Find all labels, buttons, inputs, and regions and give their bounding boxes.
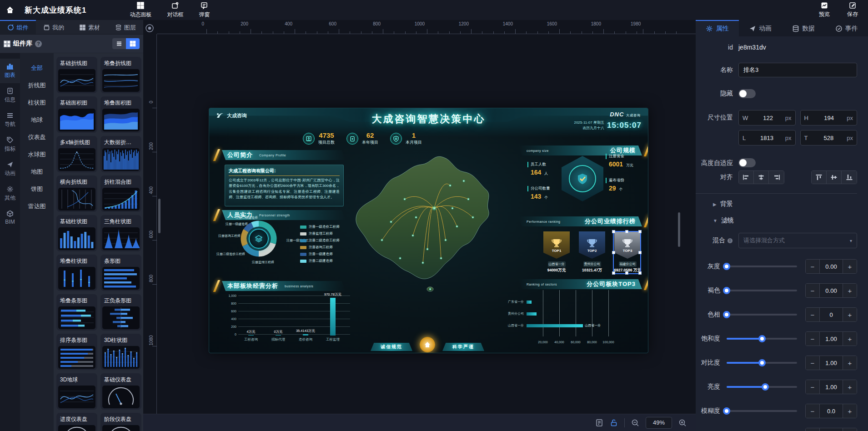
selection-handle[interactable]	[638, 271, 642, 275]
component-card-三角柱状图[interactable]: 三角柱状图	[100, 215, 141, 251]
page-outline-icon[interactable]	[595, 419, 603, 427]
slider-track[interactable]	[727, 290, 797, 291]
subcategory-雷达图[interactable]: 雷达图	[20, 198, 54, 215]
save-button[interactable]: 保存	[847, 2, 858, 18]
slider-track[interactable]	[727, 314, 797, 316]
subcategory-仪表盘[interactable]: 仪表盘	[20, 129, 54, 146]
tab-素材[interactable]: 素材	[72, 20, 108, 34]
subcategory-全部[interactable]: 全部	[20, 60, 54, 77]
slider-knob[interactable]	[758, 335, 766, 342]
background-section-toggle[interactable]: ▶ 背景	[713, 200, 857, 208]
selection-handle[interactable]	[612, 251, 615, 254]
align-center-h-button[interactable]	[754, 171, 769, 184]
zoom-level[interactable]: 49%	[646, 417, 672, 429]
name-input[interactable]: 排名3	[738, 63, 857, 77]
component-card-基础折线图[interactable]: 基础折线图	[56, 57, 97, 93]
auto-height-toggle[interactable]	[738, 158, 756, 167]
component-card-阶段仪表盘[interactable]: 阶段仪表盘	[100, 413, 141, 431]
zoom-in-icon[interactable]	[678, 419, 687, 427]
rail-item-导航[interactable]: 导航	[0, 108, 20, 132]
slider-track[interactable]	[727, 266, 797, 267]
subcategory-折线图[interactable]: 折线图	[20, 77, 54, 94]
component-card-进度仪表盘[interactable]: 进度仪表盘	[56, 413, 97, 431]
component-card-正负条形图[interactable]: 正负条形图	[100, 294, 141, 331]
decrement-button[interactable]: −	[806, 308, 819, 321]
increment-button[interactable]: +	[843, 428, 857, 431]
increment-button[interactable]: +	[843, 332, 857, 346]
component-card-3D柱状图[interactable]: 3D柱状图	[100, 334, 141, 370]
subcategory-地图[interactable]: 地图	[20, 163, 54, 180]
selection-handle[interactable]	[638, 230, 642, 233]
slider-track[interactable]	[727, 410, 797, 412]
rail-item-其他[interactable]: 其他	[0, 181, 20, 206]
component-card-基础面积图[interactable]: 基础面积图	[56, 96, 97, 133]
slider-track[interactable]	[727, 386, 797, 388]
ranking-card-TOP2[interactable]: TOP2贵州分公司10321.47万	[578, 231, 606, 273]
subcategory-柱状图[interactable]: 柱状图	[20, 94, 54, 111]
tab-我的[interactable]: 我的	[36, 20, 72, 34]
properties-tab-动画[interactable]: 动画	[739, 20, 782, 36]
slider-knob[interactable]	[723, 263, 730, 270]
component-card-折柱混合图[interactable]: 折柱混合图	[100, 175, 141, 212]
ranking-card-TOP1[interactable]: TOP1山西省一分94000万元	[542, 231, 571, 273]
properties-tab-属性[interactable]: 属性	[696, 20, 739, 36]
tab-图层[interactable]: 图层	[107, 20, 143, 34]
properties-tab-事件[interactable]: 事件	[825, 20, 868, 36]
dashboard-preview[interactable]: 大成咨询 大成咨询智慧决策中心 DNC 大成咨询 2025-11-07 星期五农…	[209, 108, 648, 353]
filter-section-toggle[interactable]: ▼ 滤镜	[713, 216, 857, 225]
rail-item-信息[interactable]: 信息	[0, 83, 20, 108]
size-field-T[interactable]: T528px	[800, 130, 858, 145]
rail-item-动画[interactable]: 动画	[0, 157, 20, 181]
tab-组件[interactable]: 组件	[0, 20, 36, 34]
slider-knob[interactable]	[762, 383, 769, 391]
top-tool-3[interactable]: 弹窗	[199, 1, 210, 19]
increment-button[interactable]: +	[843, 404, 857, 418]
slider-knob[interactable]	[723, 287, 730, 294]
size-field-L[interactable]: L1813px	[738, 130, 796, 145]
component-card-基础仪表盘[interactable]: 基础仪表盘	[100, 373, 141, 410]
top-tool-2[interactable]: 对话框	[167, 1, 183, 19]
slider-knob[interactable]	[723, 407, 730, 415]
component-card-堆叠面积图[interactable]: 堆叠面积图	[100, 96, 141, 133]
component-card-多x轴折线图[interactable]: 多x轴折线图	[56, 136, 97, 172]
rail-item-指标[interactable]: 指标	[0, 132, 20, 157]
decrement-button[interactable]: −	[806, 428, 819, 431]
selection-handle[interactable]	[625, 271, 628, 275]
component-card-基础柱状图[interactable]: 基础柱状图	[56, 215, 97, 251]
eye-icon[interactable]	[145, 23, 155, 33]
unlock-icon[interactable]	[610, 419, 618, 427]
selection-handle[interactable]	[625, 230, 628, 233]
slider-knob[interactable]	[723, 311, 730, 318]
selection-overlay[interactable]	[613, 231, 641, 274]
increment-button[interactable]: +	[843, 380, 857, 394]
subcategory-水球图[interactable]: 水球图	[20, 146, 54, 163]
increment-button[interactable]: +	[843, 284, 857, 297]
help-icon[interactable]: ?	[35, 40, 42, 47]
component-card-横向折线图[interactable]: 横向折线图	[56, 175, 97, 212]
zoom-out-icon[interactable]	[631, 419, 639, 427]
grid-view-button[interactable]	[126, 38, 140, 49]
component-card-3D地球[interactable]: 3D地球	[56, 373, 97, 410]
properties-tab-数据[interactable]: 数据	[782, 20, 825, 36]
blend-select[interactable]: 请选择混合方式 ▾	[738, 233, 857, 248]
slider-track[interactable]	[727, 338, 797, 340]
component-card-堆叠柱状图[interactable]: 堆叠柱状图	[56, 255, 97, 291]
slider-track[interactable]	[727, 362, 797, 364]
size-field-W[interactable]: W122px	[738, 110, 796, 125]
decrement-button[interactable]: −	[806, 284, 819, 297]
right-scrollbar-thumb[interactable]	[678, 212, 680, 247]
decrement-button[interactable]: −	[806, 356, 819, 370]
selection-handle[interactable]	[612, 271, 615, 275]
size-field-H[interactable]: H194px	[800, 110, 858, 125]
hide-toggle[interactable]	[738, 89, 756, 98]
editor-canvas[interactable]: 0200400600800100012001400160018001980 02…	[143, 20, 696, 431]
align-bottom-button[interactable]	[842, 171, 857, 184]
component-card-排序条形图[interactable]: 排序条形图	[56, 334, 97, 370]
home-icon[interactable]	[0, 0, 20, 20]
subcategory-饼图[interactable]: 饼图	[20, 180, 54, 198]
decrement-button[interactable]: −	[806, 380, 819, 394]
increment-button[interactable]: +	[843, 308, 857, 321]
slider-knob[interactable]	[758, 359, 766, 366]
left-scrollbar-thumb[interactable]	[158, 199, 161, 233]
subcategory-地球[interactable]: 地球	[20, 111, 54, 129]
